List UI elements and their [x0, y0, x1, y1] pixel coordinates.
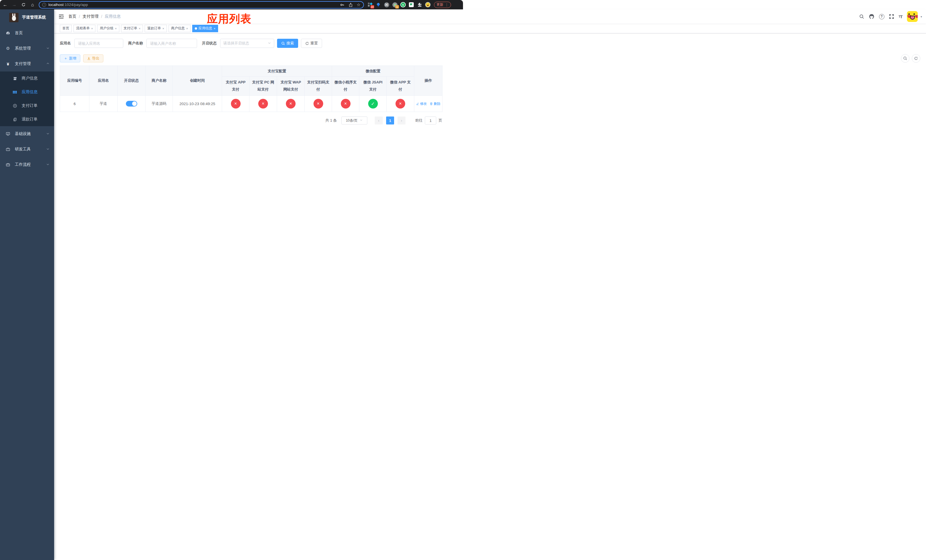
- close-tab-icon[interactable]: ×: [186, 27, 188, 30]
- site-info-icon[interactable]: i: [42, 3, 46, 7]
- chrome-menu-kebab-icon[interactable]: ⋮: [445, 3, 448, 7]
- sidebar-item-label: 商户信息: [22, 76, 38, 81]
- pay-status-icon: ✓: [368, 99, 378, 109]
- close-tab-icon[interactable]: ×: [91, 27, 93, 30]
- filter-form: 应用名 商户名称 开启状态 请选择开启状态 搜索 重置: [60, 39, 463, 48]
- goto-page-input[interactable]: [425, 117, 436, 124]
- breadcrumb-home[interactable]: 首页: [68, 14, 76, 19]
- delete-link[interactable]: 删除: [430, 101, 440, 106]
- forward-icon[interactable]: →: [10, 2, 18, 8]
- home-icon[interactable]: ⌂: [29, 2, 36, 8]
- password-key-icon[interactable]: [340, 3, 345, 7]
- sidebar-item-infra[interactable]: 基础设施: [0, 126, 54, 142]
- toolbox-icon: [6, 147, 10, 151]
- sidebar-item-refund-order[interactable]: 退款订单: [0, 112, 54, 126]
- chrome-update-button[interactable]: 更新 ⋮: [434, 2, 451, 8]
- merchant-name-label: 商户名称: [128, 41, 143, 46]
- cell-wechat-jsapi-status: ✓: [359, 96, 387, 112]
- app-table: 应用编号 应用名 开启状态 商户名称 创建时间 支付宝配置 微信配置 操作 支付…: [60, 65, 463, 112]
- chevron-down-icon: [46, 162, 50, 167]
- sidebar-logo[interactable]: 芋道管理系统: [0, 9, 54, 25]
- open-status-select[interactable]: 请选择开启状态: [220, 39, 274, 48]
- close-tab-icon[interactable]: ×: [162, 27, 164, 30]
- extension-green-logo-icon[interactable]: [409, 2, 414, 8]
- pagination-total: 共 1 条: [325, 118, 337, 123]
- plus-icon: ＋: [64, 56, 68, 61]
- sidebar-item-label: 支付订单: [22, 103, 38, 108]
- back-icon[interactable]: ←: [1, 2, 9, 8]
- tag-pay-order[interactable]: 支付订单×: [121, 25, 143, 32]
- reload-icon[interactable]: [20, 2, 27, 8]
- cell-alipay-qr-status: ×: [305, 96, 332, 112]
- prev-page-button[interactable]: ‹: [375, 117, 383, 124]
- cell-alipay-pc-status: ×: [250, 96, 277, 112]
- chevron-down-icon: [360, 118, 363, 123]
- sidebar-item-home[interactable]: 首页: [0, 25, 54, 41]
- cell-app-id: 6: [60, 96, 89, 112]
- sidebar-item-pay-order[interactable]: 支付订单: [0, 99, 54, 112]
- sidebar-item-system[interactable]: ⚙ 系统管理: [0, 41, 54, 56]
- sidebar: 芋道管理系统 首页 ⚙ 系统管理 ¥ 支付管理: [0, 9, 54, 280]
- url-path: :1024/pay/app: [64, 3, 88, 7]
- monitor-icon: [6, 132, 10, 136]
- sidebar-item-label: 首页: [15, 30, 23, 36]
- sidebar-item-workflow[interactable]: 工作流程: [0, 157, 54, 173]
- search-button[interactable]: 搜索: [277, 39, 298, 48]
- app-name-input[interactable]: [74, 39, 123, 48]
- tag-refund-order[interactable]: 退款订单×: [145, 25, 166, 32]
- breadcrumb-pay[interactable]: 支付管理: [83, 14, 98, 19]
- open-status-toggle[interactable]: [126, 101, 137, 106]
- tag-user-group[interactable]: 用户分组×: [97, 25, 119, 32]
- annotation-text: 应用列表: [207, 12, 251, 26]
- chevron-up-icon: [46, 62, 50, 66]
- page-size-select[interactable]: 10条/页: [341, 117, 367, 124]
- extension-metrics-icon[interactable]: 10: [367, 2, 373, 8]
- reset-button[interactable]: 重置: [301, 39, 322, 48]
- merchant-name-input[interactable]: [146, 39, 197, 48]
- col-header-wechat-jsapi: 微信 JSAPI 支付: [359, 77, 387, 96]
- page-number-1[interactable]: 1: [386, 117, 394, 124]
- edit-link[interactable]: 修改: [416, 101, 427, 106]
- close-tab-icon[interactable]: ×: [139, 27, 141, 30]
- bookmark-star-icon[interactable]: ☆: [357, 2, 360, 8]
- tag-home[interactable]: 首页: [60, 25, 72, 32]
- sidebar-item-app-info[interactable]: 应用信息: [0, 85, 54, 99]
- chevron-down-icon: [268, 41, 271, 45]
- cell-merchant-name: 芋道源码: [145, 96, 173, 112]
- extension-recorder-icon[interactable]: 1: [392, 2, 398, 8]
- sidebar-item-dev-tools[interactable]: 研发工具: [0, 142, 54, 157]
- tag-merchant-info[interactable]: 商户信息×: [169, 25, 191, 32]
- add-button[interactable]: ＋ 新增: [60, 54, 80, 62]
- cell-wechat-app-status: ×: [387, 96, 414, 112]
- close-tab-icon[interactable]: ×: [115, 27, 117, 30]
- pay-status-icon: ×: [341, 99, 351, 109]
- app-name-label: 应用名: [60, 41, 71, 46]
- dashboard-icon: [6, 31, 10, 35]
- tag-process-form[interactable]: 流程表单×: [73, 25, 95, 32]
- sidebar-item-merchant-info[interactable]: 商户信息: [0, 71, 54, 85]
- sidebar-item-label: 应用信息: [22, 89, 38, 95]
- main-area: 应用列表 首页 / 支付管理 / 应用信息 ?: [54, 9, 463, 280]
- sidebar-item-pay[interactable]: ¥ 支付管理: [0, 56, 54, 71]
- next-page-button[interactable]: ›: [398, 117, 406, 124]
- sidebar-item-label: 工作流程: [15, 162, 31, 167]
- url-host: localhost: [48, 3, 64, 7]
- coin-yen-icon: [12, 103, 17, 108]
- extension-command-icon[interactable]: ⌘: [384, 2, 389, 8]
- url-bar[interactable]: i localhost:1024/pay/app ☆: [39, 1, 364, 9]
- close-tab-icon[interactable]: ×: [213, 27, 215, 30]
- sidebar-item-label: 研发工具: [15, 147, 31, 152]
- extension-v-icon[interactable]: V: [400, 2, 406, 8]
- chevron-down-icon: [46, 132, 50, 136]
- chevron-down-icon: [46, 46, 50, 51]
- extensions-puzzle-icon[interactable]: [417, 2, 422, 8]
- table-toolbar: ＋ 新增 导出: [60, 54, 463, 63]
- export-button[interactable]: 导出: [83, 54, 103, 62]
- share-icon[interactable]: [348, 3, 353, 7]
- extension-gem-icon[interactable]: [375, 2, 381, 8]
- sidebar-collapse-icon[interactable]: [59, 14, 64, 19]
- briefcase-icon: [6, 162, 10, 167]
- col-header-create-time: 创建时间: [173, 66, 222, 96]
- extension-emoji-avatar[interactable]: [425, 2, 431, 8]
- col-header-alipay-pc: 支付宝 PC 网站支付: [250, 77, 277, 96]
